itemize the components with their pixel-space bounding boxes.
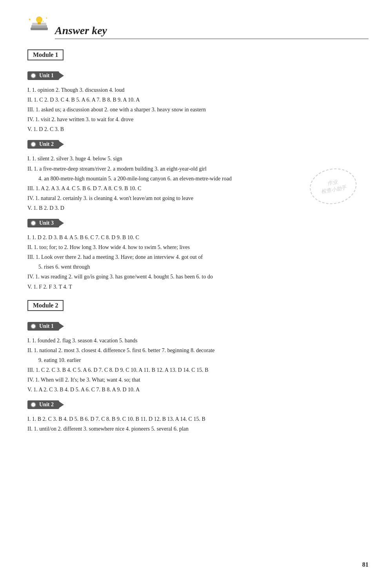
unit1-label: Unit 1 xyxy=(27,71,59,80)
page-title: Answer key xyxy=(55,24,368,39)
m2u1-line-6: V. 1. A 2. C 3. B 4. D 5. A 6. C 7. B 8.… xyxy=(27,385,368,394)
svg-point-3 xyxy=(36,16,42,23)
unit-arrow-icon xyxy=(59,220,64,226)
unit3-line-1: I. 1. D 2. D 3. B 4. A 5. B 6. C 7. C 8.… xyxy=(27,233,368,242)
unit1-line-4: IV. 1. visit 2. have written 3. to wait … xyxy=(27,115,368,124)
svg-rect-0 xyxy=(31,27,48,30)
svg-text:★: ★ xyxy=(28,18,31,21)
module2-unit2-content: I. 1. B 2. C 3. B 4. D 5. B 6. D 7. C 8.… xyxy=(27,415,368,433)
m2u1-line-1: I. 1. founded 2. flag 3. season 4. vacat… xyxy=(27,336,368,345)
m2u2-line-1: I. 1. B 2. C 3. B 4. D 5. B 6. D 7. C 8.… xyxy=(27,415,368,424)
m2u1-line-5: IV. 1. When will 2. It's; be 3. What; wa… xyxy=(27,375,368,384)
page-number: 81 xyxy=(362,561,368,568)
unit-arrow-icon xyxy=(59,402,64,408)
unit1-line-1: I. 1. opinion 2. Though 3. discussion 4.… xyxy=(27,85,368,95)
header-icon: ★ ★ ★ xyxy=(27,16,51,39)
unit2-label: Unit 2 xyxy=(27,140,59,149)
svg-text:★: ★ xyxy=(42,20,44,22)
stamp-watermark: 作业检查小助手 xyxy=(310,169,361,208)
unit2-line-1: I. 1. silent 2. silver 3. huge 4. below … xyxy=(27,154,368,163)
m2u1-line-2: II. 1. national 2. most 3. closest 4. di… xyxy=(27,346,368,355)
unit3-line-5: IV. 1. was reading 2. will go/is going 3… xyxy=(27,272,368,281)
module1-label: Module 1 xyxy=(27,49,64,60)
unit3-line-2: II. 1. too; for; to 2. How long 3. How w… xyxy=(27,243,368,252)
unit-arrow-icon xyxy=(59,323,64,329)
unit-arrow-icon xyxy=(59,141,64,147)
svg-rect-1 xyxy=(31,25,47,28)
m2u1-line-4: III. 1. C 2. C 3. B 4. C 5. A 6. D 7. C … xyxy=(27,365,368,375)
module2-unit1-content: I. 1. founded 2. flag 3. season 4. vacat… xyxy=(27,336,368,395)
unit3-line-4: 5. rises 6. went through xyxy=(38,262,368,271)
unit1-line-2: II. 1. C 2. D 3. C 4. B 5. A 6. A 7. B 8… xyxy=(27,95,368,104)
unit3-label: Unit 3 xyxy=(27,219,59,227)
stamp-circle: 作业检查小助手 xyxy=(307,165,359,207)
module1-section: Module 1 Unit 1 I. 1. opinion 2. Though … xyxy=(27,46,368,291)
module2-unit1-label: Unit 1 xyxy=(27,322,59,331)
unit1-content: I. 1. opinion 2. Though 3. discussion 4.… xyxy=(27,85,368,134)
svg-text:★: ★ xyxy=(45,17,47,19)
unit1-line-5: V. 1. D 2. C 3. B xyxy=(27,125,368,134)
m2u1-line-3: 9. eating 10. earlier xyxy=(38,356,368,365)
unit3-content: I. 1. D 2. D 3. B 4. A 5. B 6. C 7. C 8.… xyxy=(27,233,368,291)
unit3-line-3: III. 1. Look over there 2. had a meeting… xyxy=(27,253,368,262)
svg-rect-4 xyxy=(38,22,41,24)
unit3-line-6: V. 1. F 2. F 3. T 4. T xyxy=(27,282,368,291)
module2-label: Module 2 xyxy=(27,300,64,311)
header-section: ★ ★ ★ Answer key xyxy=(27,16,368,39)
unit1-line-3: III. 1. asked us; a discussion about 2. … xyxy=(27,105,368,114)
m2u2-line-2: II. 1. until/on 2. different 3. somewher… xyxy=(27,424,368,433)
module2-unit2-label: Unit 2 xyxy=(27,400,59,409)
unit-arrow-icon xyxy=(59,73,64,79)
module2-section: Module 2 Unit 1 I. 1. founded 2. flag 3.… xyxy=(27,297,368,434)
